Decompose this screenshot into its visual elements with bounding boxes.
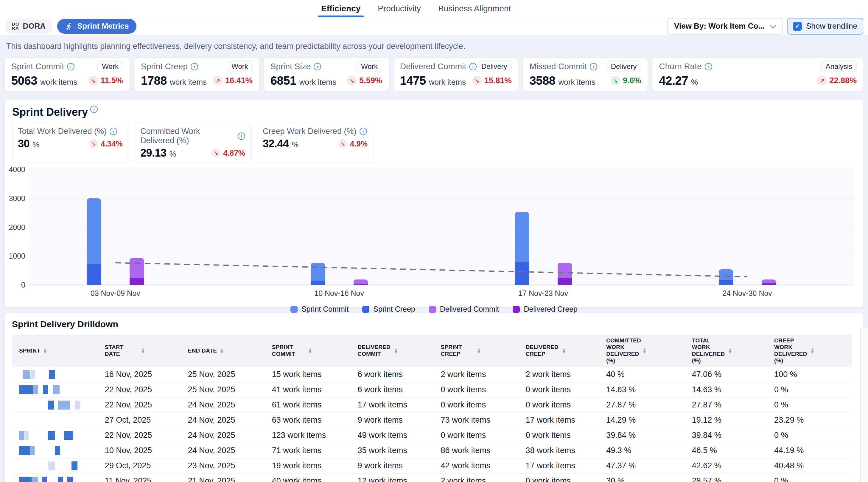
chevron-down-icon	[770, 22, 777, 29]
cell-end-date: 23 Nov, 2025	[181, 458, 265, 473]
legend-item-sprint-commit[interactable]: Sprint Commit	[290, 305, 348, 313]
table-row[interactable]: 22 Nov, 202525 Nov, 202541 work items6 w…	[12, 382, 852, 397]
table-row[interactable]: 16 Nov, 202525 Nov, 202515 work items6 w…	[12, 367, 852, 382]
dora-toggle-button[interactable]: DORA DORA	[5, 19, 53, 34]
column-header-start-date[interactable]: START DATE▲▼	[98, 335, 181, 367]
info-icon[interactable]: i	[469, 63, 476, 70]
sort-icon[interactable]: ▲▼	[141, 348, 145, 354]
sort-icon[interactable]: ▲▼	[562, 348, 566, 354]
card-title-text: Sprint Creep	[141, 62, 188, 71]
column-header-total-work-delivered-pct[interactable]: TOTAL WORK DELIVERED (%)▲▼	[685, 335, 767, 367]
info-icon[interactable]: i	[314, 63, 321, 70]
cell-total-work-delivered-pct: 46.5 %	[685, 443, 767, 458]
drilldown-title: Sprint Delivery Drilldown	[12, 319, 856, 329]
cell-delivered-commit: 9 work items	[350, 458, 433, 473]
card-body: 1788work items↗16.41%	[141, 74, 253, 87]
sort-icon[interactable]: ▲▼	[43, 348, 47, 354]
info-icon[interactable]: i	[67, 63, 74, 70]
info-icon[interactable]: i	[590, 63, 597, 70]
column-header-sprint-creep[interactable]: SPRINT CREEP▲▼	[434, 335, 519, 367]
legend-label: Sprint Creep	[373, 305, 415, 313]
cell-creep-work-delivered-pct: 0 %	[767, 397, 852, 413]
card-title-text: Churn Rate	[659, 62, 702, 71]
cell-sprint	[12, 458, 98, 473]
cell-committed-work-delivered-pct: 49.3 %	[599, 443, 685, 458]
show-trendline-toggle[interactable]: ✓ Show trendline	[787, 18, 863, 35]
metric-card-delivered-commit: Delivered CommitiDelivery1475work items↘…	[393, 58, 519, 91]
redaction-block	[55, 446, 60, 455]
sort-icon[interactable]: ▲▼	[728, 348, 732, 354]
column-header-delivered-creep[interactable]: DELIVERED CREEP▲▼	[518, 335, 599, 367]
delta-negative: ↘11.5%	[89, 76, 123, 85]
table-row[interactable]: 27 Oct, 202524 Nov, 202563 work items9 w…	[12, 413, 852, 428]
sort-icon[interactable]: ▲▼	[643, 348, 646, 354]
legend-item-delivered-creep[interactable]: Delivered Creep	[513, 305, 578, 313]
sort-icon[interactable]: ▲▼	[220, 348, 224, 354]
tab-productivity[interactable]: Productivity	[374, 0, 425, 17]
table-row[interactable]: 22 Nov, 202524 Nov, 2025123 work items49…	[12, 428, 852, 443]
chart-y-axis: 01000200030004000	[12, 169, 25, 285]
redaction-block	[25, 431, 29, 440]
card-unit: work items	[170, 78, 207, 87]
cell-total-work-delivered-pct: 42.62 %	[685, 458, 767, 473]
trend-arrow-icon: ↘	[347, 76, 356, 85]
trendline	[29, 169, 855, 285]
info-icon[interactable]: i	[90, 106, 98, 113]
column-header-sprint-commit[interactable]: SPRINT COMMIT▲▼	[265, 335, 350, 367]
info-icon[interactable]: i	[238, 133, 245, 140]
card-unit: %	[292, 140, 299, 149]
sort-icon[interactable]: ▲▼	[308, 348, 312, 354]
column-header-sprint[interactable]: SPRINT▲▼	[12, 335, 98, 367]
delivery-card-committed-work-delivered: Committed Work Delivered (%)i29.13%↘4.87…	[135, 123, 251, 163]
delta-value: 9.6%	[623, 76, 641, 85]
tab-efficiency[interactable]: Efficiency	[317, 0, 364, 17]
legend-item-sprint-creep[interactable]: Sprint Creep	[362, 305, 415, 313]
delta-positive: ↘9.6%	[611, 76, 641, 85]
card-header: Churn RateiAnalysis	[659, 61, 857, 72]
info-icon[interactable]: i	[110, 127, 117, 135]
tab-business-alignment[interactable]: Business Alignment	[435, 0, 515, 17]
sort-icon[interactable]: ▲▼	[810, 348, 814, 354]
cell-sprint	[12, 473, 98, 482]
column-header-creep-work-delivered-pct[interactable]: CREEP WORK DELIVERED (%)▲▼	[767, 335, 852, 367]
sort-icon[interactable]: ▲▼	[477, 348, 481, 354]
redaction-block	[19, 385, 33, 394]
cell-sprint-commit: 123 work items	[265, 428, 350, 443]
card-body: 32.44%↘4.9%	[263, 138, 368, 150]
table-row[interactable]: 22 Nov, 202524 Nov, 202561 work items17 …	[12, 397, 852, 413]
y-axis-tick-label: 0	[21, 281, 25, 289]
tab-bar: EfficiencyProductivityBusiness Alignment	[317, 0, 515, 17]
cell-sprint	[12, 413, 98, 428]
header-wrap: DELIVERED CREEP▲▼	[525, 344, 566, 357]
header-wrap: SPRINT COMMIT▲▼	[272, 344, 312, 357]
card-header: Missed CommitiDelivery	[530, 61, 641, 72]
column-header-committed-work-delivered-pct[interactable]: COMMITTED WORK DELIVERED (%)▲▼	[599, 335, 685, 367]
sort-icon[interactable]: ▲▼	[394, 348, 398, 354]
cell-committed-work-delivered-pct: 27.87 %	[599, 397, 685, 413]
legend-item-delivered-commit[interactable]: Delivered Commit	[429, 305, 499, 313]
dora-label: DORA	[23, 22, 46, 31]
table-row[interactable]: 29 Oct, 202523 Nov, 202519 work items9 w…	[12, 458, 852, 473]
info-icon[interactable]: i	[705, 63, 712, 70]
cell-delivered-creep: 0 work items	[518, 428, 599, 443]
info-icon[interactable]: i	[191, 63, 198, 70]
cell-sprint	[12, 382, 98, 397]
checkbox-checked-icon[interactable]: ✓	[793, 22, 802, 31]
card-value-wrap: 1475work items	[400, 74, 466, 87]
vertical-scrollbar[interactable]	[860, 328, 868, 482]
column-header-end-date[interactable]: END DATE▲▼	[181, 335, 265, 367]
y-axis-tick-label: 2000	[9, 223, 25, 231]
card-value-wrap: 3588work items	[530, 74, 595, 87]
sprint-metrics-toggle-button[interactable]: Sprint Metrics	[57, 19, 136, 34]
trend-arrow-icon: ↘	[212, 148, 220, 158]
tab-label: Efficiency	[321, 4, 361, 13]
view-by-dropdown[interactable]: View By: Work Item Co...	[667, 18, 782, 35]
column-header-delivered-commit[interactable]: DELIVERED COMMIT▲▼	[350, 335, 433, 367]
card-title: Missed Commiti	[530, 62, 597, 71]
cell-delivered-creep: 2 work items	[518, 367, 599, 382]
info-icon[interactable]: i	[360, 127, 367, 135]
card-unit: %	[169, 149, 176, 159]
table-row[interactable]: 10 Nov, 202524 Nov, 202571 work items35 …	[12, 443, 852, 458]
table-row[interactable]: 11 Nov, 202521 Nov, 202540 work items12 …	[12, 473, 852, 482]
sprint-delivery-title-row: Sprint Delivery i	[12, 107, 856, 117]
